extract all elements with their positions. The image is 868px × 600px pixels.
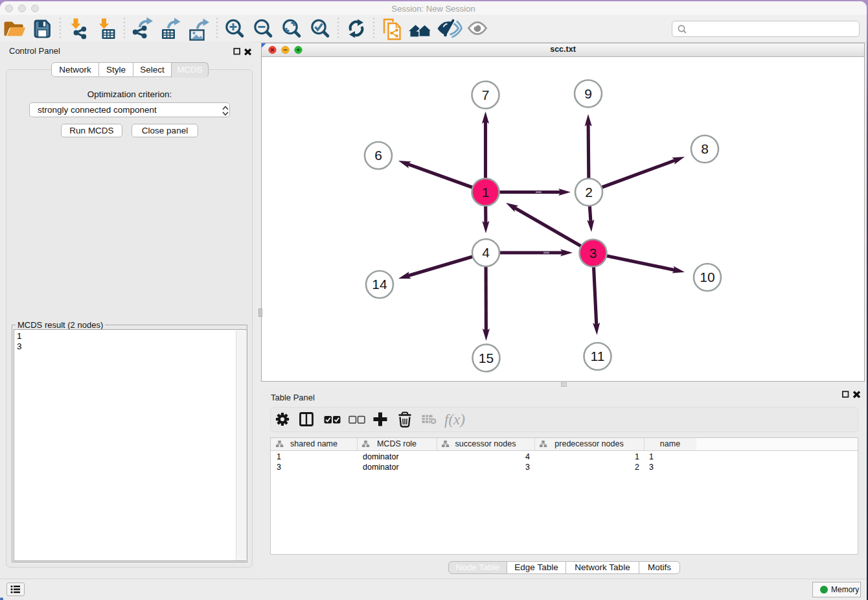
svg-text:10: 10 <box>700 270 714 284</box>
svg-text:15: 15 <box>479 351 494 365</box>
svg-text:8: 8 <box>701 141 709 156</box>
svg-text:14: 14 <box>372 277 387 292</box>
svg-text:4: 4 <box>482 245 490 260</box>
svg-text:6: 6 <box>374 148 382 163</box>
svg-text:2: 2 <box>585 185 593 200</box>
svg-text:3: 3 <box>589 246 597 260</box>
svg-text:f(x): f(x) <box>444 411 465 428</box>
svg-text:1: 1 <box>482 185 490 200</box>
svg-text:7: 7 <box>482 87 490 102</box>
svg-text:9: 9 <box>584 86 592 101</box>
svg-text:11: 11 <box>591 349 605 363</box>
